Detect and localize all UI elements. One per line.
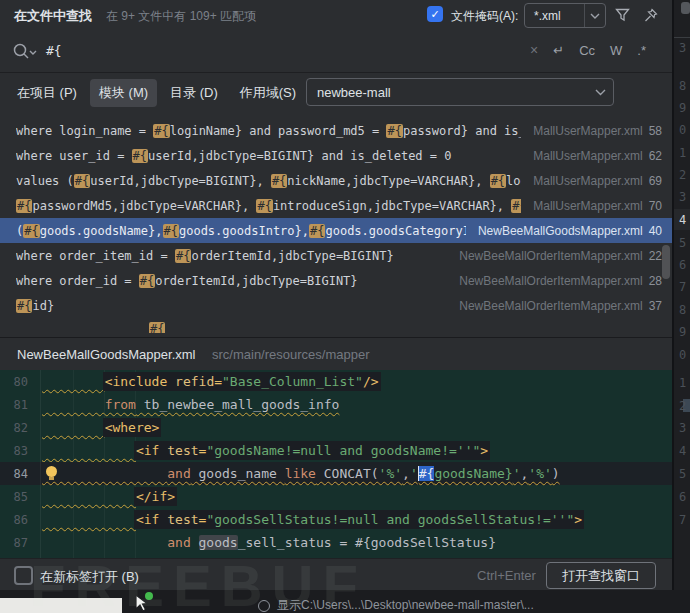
result-text: where user_id = #{userId,jdbcType=BIGINT… [16, 149, 521, 163]
code-line[interactable]: 82 <where> [0, 416, 672, 439]
result-row[interactable]: (#{goods.goodsName},#{goods.goodsIntro},… [0, 218, 672, 243]
code-preview[interactable]: 80 <include refid="Base_Column_List"/>81… [0, 370, 672, 558]
background-line-number: 6 [679, 490, 690, 504]
background-line-number: 3 [679, 190, 690, 204]
result-row[interactable]: where login_name = #{loginName} and pass… [0, 118, 672, 143]
clear-search-icon[interactable]: × [530, 42, 538, 58]
file-mask-value: *.xml [525, 9, 584, 23]
code-line[interactable]: 86 <if test="goodsSellStatus!=null and g… [0, 508, 672, 531]
result-file-name: NewBeeMallGoodsMapper.xml [478, 224, 643, 238]
result-row[interactable]: where user_id = #{userId,jdbcType=BIGINT… [0, 143, 672, 168]
code-text: from tb_newbee_mall_goods_info [42, 397, 339, 412]
background-divider [674, 37, 690, 38]
background-line-number: 4 [679, 213, 690, 227]
background-editor-sliver: 389012345678901234567 [672, 0, 690, 590]
file-mask-checkbox[interactable]: ✓ [427, 6, 443, 22]
popup-header: 在文件中查找 在 9+ 文件中有 109+ 匹配项 ✓ 文件掩码(A): *.x… [0, 0, 672, 30]
match-highlight: #{ [153, 124, 169, 138]
result-line-number: 69 [649, 174, 662, 188]
line-number: 86 [0, 509, 28, 532]
search-icon[interactable] [12, 42, 38, 62]
background-line-number: 5 [679, 467, 690, 481]
result-file-name: NewBeeMallOrderItemMapper.xml [459, 249, 642, 263]
pin-icon[interactable] [640, 5, 660, 25]
open-in-find-window-button[interactable]: 打开查找窗口 [546, 562, 656, 589]
result-row[interactable]: where order_item_id = #{orderItemId,jdbc… [0, 243, 672, 268]
tab-directory[interactable]: 目录 (D) [161, 79, 227, 107]
result-text: #{passwordMd5,jdbcType=VARCHAR}, #{intro… [16, 199, 521, 213]
tab-in-project[interactable]: 在项目 (P) [8, 79, 86, 107]
module-selector-value: newbee-mall [307, 85, 587, 100]
scope-tabs: 在项目 (P)模块 (M)目录 (D)作用域(S) [8, 79, 305, 107]
file-mask-combo[interactable]: *.xml [524, 3, 606, 28]
result-row[interactable]: #{id}NewBeeMallOrderItemMapper.xml37 [0, 293, 672, 318]
code-line[interactable]: 85 </if> [0, 485, 672, 508]
background-line-number: 9 [679, 325, 690, 339]
code-line[interactable]: 83 <if test="goodsName!=null and goodsNa… [0, 439, 672, 462]
background-line-number: 1 [679, 146, 690, 160]
open-in-new-tab-checkbox[interactable] [14, 566, 33, 585]
regex-toggle[interactable]: .* [637, 43, 646, 58]
match-case-toggle[interactable]: Cc [579, 43, 595, 58]
match-highlight: #{ [149, 322, 165, 333]
intention-bulb-icon[interactable] [46, 466, 57, 477]
result-line-number: 70 [649, 199, 662, 213]
line-number: 87 [0, 532, 28, 555]
chevron-down-icon[interactable] [587, 89, 613, 96]
match-highlight: #{ [23, 224, 39, 238]
find-in-files-popup: 在文件中查找 在 9+ 文件中有 109+ 匹配项 ✓ 文件掩码(A): *.x… [0, 0, 690, 613]
line-number: 81 [0, 394, 28, 417]
result-line-number: 58 [649, 124, 662, 138]
search-input[interactable]: #{ [46, 43, 62, 58]
result-row[interactable]: #{passwordMd5,jdbcType=VARCHAR}, #{intro… [0, 193, 672, 218]
line-number: 84 [0, 463, 28, 486]
insert-newline-icon[interactable]: ↵ [553, 43, 564, 58]
result-file-name: MallUserMapper.xml [533, 149, 642, 163]
popup-footer: 在新标签打开 (B) Ctrl+Enter 打开查找窗口 [0, 558, 672, 591]
background-line-number: 9 [679, 101, 690, 115]
background-scrollbar-thumb [681, 2, 690, 14]
open-in-new-tab-label[interactable]: 在新标签打开 (B) [40, 568, 139, 586]
result-line-number: 40 [649, 224, 662, 238]
partial-result-row[interactable]: #{ [0, 318, 672, 333]
chevron-down-icon[interactable] [584, 4, 605, 27]
filter-icon[interactable] [612, 5, 632, 25]
module-selector[interactable]: newbee-mall [306, 78, 614, 106]
result-row[interactable]: values (#{userId,jdbcType=BIGINT}, #{nic… [0, 168, 672, 193]
tab-scope[interactable]: 作用域(S) [231, 79, 305, 107]
match-highlight: #{ [511, 199, 521, 213]
background-status-text: 显示C:\Users\...\Desktop\newbee-mall-maste… [258, 597, 534, 613]
result-row[interactable]: where order_id = #{orderItemId,jdbcType=… [0, 268, 672, 293]
result-file-name: MallUserMapper.xml [533, 199, 642, 213]
tab-module[interactable]: 模块 (M) [90, 79, 157, 107]
match-highlight: #{ [16, 199, 32, 213]
match-highlight: #{ [386, 124, 402, 138]
result-line-number: 28 [649, 274, 662, 288]
background-line-number: 0 [679, 123, 690, 137]
match-highlight: #{ [175, 249, 191, 263]
background-window-fragment [0, 598, 122, 613]
background-line-number: 2 [679, 168, 690, 182]
match-highlight: #{ [490, 174, 506, 188]
code-text: <if test="goodsName!=null and goodsName!… [42, 443, 488, 458]
background-line-number: 8 [679, 303, 690, 317]
background-line-number: 6 [679, 258, 690, 272]
preview-file-name: NewBeeMallGoodsMapper.xml [17, 347, 195, 362]
code-line[interactable]: 80 <include refid="Base_Column_List"/> [0, 370, 672, 393]
whole-words-toggle[interactable]: W [610, 43, 622, 58]
code-line[interactable]: 84 and goods_name like CONCAT('%','#{goo… [0, 462, 672, 485]
match-highlight: #{ [256, 199, 272, 213]
preview-file-path: src/main/resources/mapper [212, 347, 370, 362]
result-text: (#{goods.goodsName},#{goods.goodsIntro},… [16, 224, 466, 238]
results-scrollbar-thumb[interactable] [662, 245, 670, 279]
code-line[interactable]: 87 and goods_sell_status = #{goodsSellSt… [0, 531, 672, 554]
match-highlight: #{ [309, 224, 325, 238]
magnifier-icon [258, 600, 270, 612]
background-line-number: 0 [679, 348, 690, 362]
result-file-name: NewBeeMallOrderItemMapper.xml [459, 274, 642, 288]
code-line[interactable]: 81 from tb_newbee_mall_goods_info [0, 393, 672, 416]
result-text: where order_id = #{orderItemId,jdbcType=… [16, 274, 447, 288]
background-line-number: 8 [679, 79, 690, 93]
result-file-name: NewBeeMallOrderItemMapper.xml [459, 299, 642, 313]
file-mask-label: 文件掩码(A): [451, 8, 518, 25]
